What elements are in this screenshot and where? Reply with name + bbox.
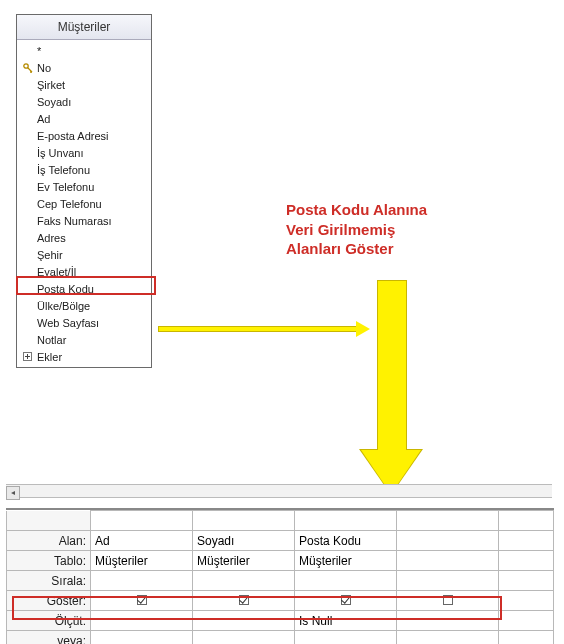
cell-sirala-3[interactable] (397, 571, 499, 591)
row-veya[interactable]: veya: (7, 631, 554, 645)
field-label: İş Telefonu (37, 164, 149, 176)
cell-tablo-3[interactable] (397, 551, 499, 571)
cell-tablo-2[interactable]: Müşteriler (295, 551, 397, 571)
field-row[interactable]: Eyalet/İl (17, 263, 151, 280)
field-label: Web Sayfası (37, 317, 149, 329)
field-label: Ev Telefonu (37, 181, 149, 193)
cell-goster-2[interactable] (295, 591, 397, 611)
cell-sirala-2[interactable] (295, 571, 397, 591)
cell-olcut-3[interactable] (397, 611, 499, 631)
cell-goster-0[interactable] (91, 591, 193, 611)
cell-alan-1[interactable]: Soyadı (193, 531, 295, 551)
scroll-left-button[interactable]: ◂ (6, 486, 20, 500)
field-row[interactable]: Adres (17, 229, 151, 246)
field-label: Soyadı (37, 96, 149, 108)
field-row[interactable]: Notlar (17, 331, 151, 348)
cell-alan-extra[interactable] (499, 531, 554, 551)
cell-tablo-0[interactable]: Müşteriler (91, 551, 193, 571)
query-design-grid[interactable]: Alan: Ad Soyadı Posta Kodu Tablo: Müşter… (6, 508, 554, 644)
cell-tablo-1[interactable]: Müşteriler (193, 551, 295, 571)
field-row[interactable]: Soyadı (17, 93, 151, 110)
field-label: Notlar (37, 334, 149, 346)
checkbox-icon[interactable] (239, 595, 249, 605)
cell-alan-0[interactable]: Ad (91, 531, 193, 551)
cell-goster-1[interactable] (193, 591, 295, 611)
qbe-table[interactable]: Alan: Ad Soyadı Posta Kodu Tablo: Müşter… (6, 510, 554, 644)
row-tablo[interactable]: Tablo: Müşteriler Müşteriler Müşteriler (7, 551, 554, 571)
field-row[interactable]: İş Unvanı (17, 144, 151, 161)
column-selector-row[interactable] (7, 511, 554, 531)
field-row[interactable]: Web Sayfası (17, 314, 151, 331)
field-row[interactable]: Şirket (17, 76, 151, 93)
field-label: Şehir (37, 249, 149, 261)
field-label: Ad (37, 113, 149, 125)
cell-veya-extra[interactable] (499, 631, 554, 645)
annotation-line: Alanları Göster (286, 239, 427, 259)
cell-olcut-extra[interactable] (499, 611, 554, 631)
rowlabel-goster: Göster: (7, 591, 91, 611)
field-list-title: Müşteriler (17, 15, 151, 40)
field-label: Adres (37, 232, 149, 244)
horizontal-scrollbar[interactable]: ◂ (6, 484, 552, 498)
field-row[interactable]: Faks Numarası (17, 212, 151, 229)
rowlabel-olcut: Ölçüt: (7, 611, 91, 631)
field-label: * (37, 45, 149, 57)
annotation-line: Posta Kodu Alanına (286, 200, 427, 220)
field-label: Ülke/Bölge (37, 300, 149, 312)
field-row[interactable]: Cep Telefonu (17, 195, 151, 212)
field-row[interactable]: Ev Telefonu (17, 178, 151, 195)
field-row[interactable]: E-posta Adresi (17, 127, 151, 144)
field-row[interactable]: No (17, 59, 151, 76)
field-label: E-posta Adresi (37, 130, 149, 142)
cell-olcut-0[interactable] (91, 611, 193, 631)
cell-goster-3[interactable] (397, 591, 499, 611)
field-label: İş Unvanı (37, 147, 149, 159)
field-row[interactable]: * (17, 42, 151, 59)
cell-goster-extra[interactable] (499, 591, 554, 611)
rowlabel-sirala: Sırala: (7, 571, 91, 591)
cell-alan-2[interactable]: Posta Kodu (295, 531, 397, 551)
svg-line-1 (28, 67, 33, 72)
field-label: Posta Kodu (37, 283, 149, 295)
rowlabel-tablo: Tablo: (7, 551, 91, 571)
cell-olcut-1[interactable] (193, 611, 295, 631)
row-sirala[interactable]: Sırala: (7, 571, 554, 591)
cell-veya-2[interactable] (295, 631, 397, 645)
row-goster[interactable]: Göster: (7, 591, 554, 611)
field-label: Cep Telefonu (37, 198, 149, 210)
annotation-text: Posta Kodu Alanına Veri Girilmemiş Alanl… (286, 200, 427, 259)
field-label: Şirket (37, 79, 149, 91)
row-alan[interactable]: Alan: Ad Soyadı Posta Kodu (7, 531, 554, 551)
checkbox-icon[interactable] (341, 595, 351, 605)
cell-veya-1[interactable] (193, 631, 295, 645)
field-list-panel[interactable]: Müşteriler *NoŞirketSoyadıAdE-posta Adre… (16, 14, 152, 368)
arrow-horizontal (158, 323, 370, 335)
checkbox-icon[interactable] (137, 595, 147, 605)
field-label: Faks Numarası (37, 215, 149, 227)
cell-veya-3[interactable] (397, 631, 499, 645)
field-row[interactable]: İş Telefonu (17, 161, 151, 178)
field-row[interactable]: Şehir (17, 246, 151, 263)
cell-alan-3[interactable] (397, 531, 499, 551)
field-row[interactable]: Ekler (17, 348, 151, 365)
annotation-line: Veri Girilmemiş (286, 220, 427, 240)
field-label: No (37, 62, 149, 74)
field-label: Eyalet/İl (37, 266, 149, 278)
expand-icon[interactable] (23, 352, 37, 361)
cell-veya-0[interactable] (91, 631, 193, 645)
field-row[interactable]: Ülke/Bölge (17, 297, 151, 314)
field-row[interactable]: Posta Kodu (17, 280, 151, 297)
cell-sirala-0[interactable] (91, 571, 193, 591)
rowlabel-alan: Alan: (7, 531, 91, 551)
cell-tablo-extra[interactable] (499, 551, 554, 571)
row-olcut[interactable]: Ölçüt: Is Null (7, 611, 554, 631)
field-label: Ekler (37, 351, 149, 363)
cell-sirala-1[interactable] (193, 571, 295, 591)
arrow-vertical (363, 280, 423, 500)
rowlabel-veya: veya: (7, 631, 91, 645)
checkbox-icon[interactable] (443, 595, 453, 605)
primary-key-icon (23, 63, 37, 73)
cell-olcut-2[interactable]: Is Null (295, 611, 397, 631)
field-row[interactable]: Ad (17, 110, 151, 127)
cell-sirala-extra[interactable] (499, 571, 554, 591)
